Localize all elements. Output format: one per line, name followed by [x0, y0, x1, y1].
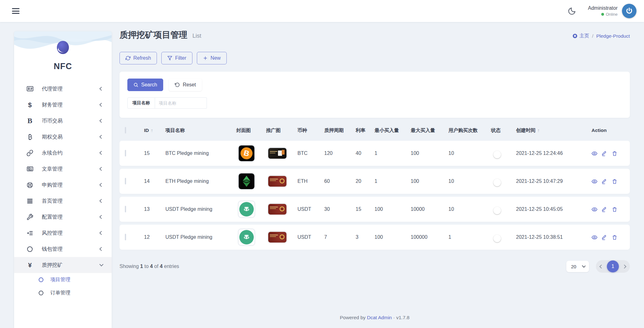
chevron-left-icon	[99, 103, 103, 107]
row-checkbox[interactable]	[125, 178, 126, 184]
delete-icon[interactable]	[612, 150, 618, 156]
sidebar-subitem-label: 订单管理	[50, 290, 103, 296]
sort-asc-icon[interactable]: ↑	[151, 128, 153, 133]
chevron-left-icon	[99, 215, 103, 219]
sidebar-item-label: 钱包管理	[42, 246, 100, 253]
breadcrumb-home-link[interactable]: 主页	[572, 33, 589, 39]
cell-max-buy: 10000	[409, 206, 447, 212]
delete-icon[interactable]	[612, 178, 618, 184]
sidebar-item-spot-trading[interactable]: B 币币交易	[14, 113, 112, 129]
next-page-icon[interactable]	[622, 265, 626, 269]
refresh-button[interactable]: Refresh	[119, 52, 157, 64]
user-block[interactable]: Administrator Online	[588, 4, 636, 18]
page-size-value: 20	[571, 264, 576, 269]
powered-by-footer: Powered by Dcat Admin · v1.7.8	[119, 315, 630, 320]
cell-rate: 40	[354, 150, 373, 156]
cell-id: 13	[138, 206, 164, 212]
sidebar-item-label: 代理管理	[42, 85, 100, 92]
page-subtitle: List	[192, 33, 201, 39]
column-promo: 推广图	[264, 127, 296, 134]
cell-rate: 15	[354, 206, 373, 212]
sidebar-item-label: 文章管理	[42, 166, 100, 172]
select-all-checkbox[interactable]	[125, 127, 126, 134]
hamburger-menu-icon[interactable]	[12, 8, 19, 14]
edit-icon[interactable]	[602, 150, 608, 156]
current-page-button[interactable]: 1	[607, 260, 619, 272]
row-checkbox[interactable]	[125, 150, 126, 156]
sidebar-item-finance[interactable]: $ 财务管理	[14, 97, 112, 113]
sidebar-item-risk-control[interactable]: 风控管理	[14, 225, 112, 241]
column-user-buy-count: 用户购买次数	[447, 127, 489, 134]
page: Administrator Online	[0, 0, 644, 328]
sidebar-item-subscription[interactable]: 申购管理	[14, 177, 112, 193]
chevron-left-icon	[99, 151, 103, 155]
sidebar-item-label: 财务管理	[42, 101, 100, 108]
moon-icon[interactable]	[568, 7, 576, 15]
sidebar-item-label: 币币交易	[42, 118, 100, 124]
delete-icon[interactable]	[612, 206, 618, 212]
table-body: 15 BTC Pledge mining B BTC 120 40 1 100 …	[119, 141, 630, 250]
view-icon[interactable]	[591, 206, 597, 212]
user-status: Online	[606, 12, 618, 17]
sidebar-item-label: 永续合约	[42, 150, 100, 156]
sidebar-item-homepage[interactable]: 首页管理	[14, 193, 112, 209]
summary-to: 4	[150, 264, 153, 269]
search-icon	[133, 82, 138, 87]
search-panel: Search Reset 项目名称	[119, 72, 630, 118]
page-size-select[interactable]: 20	[566, 261, 589, 272]
sidebar-item-options-trading[interactable]: 期权交易	[14, 129, 112, 145]
cell-name: USDT Pledge mining	[164, 234, 234, 240]
row-checkbox[interactable]	[125, 206, 126, 212]
table-row: 13 USDT Pledge mining USDT 30 15 100 100…	[119, 197, 630, 222]
sidebar-item-pledge-mining[interactable]: ¥ 质押挖矿	[14, 257, 112, 273]
dcat-admin-link[interactable]: Dcat Admin	[367, 315, 392, 320]
view-icon[interactable]	[591, 234, 597, 240]
view-icon[interactable]	[591, 178, 597, 184]
refresh-icon	[125, 56, 130, 61]
breadcrumb-current[interactable]: Pledge-Product	[596, 33, 630, 39]
sidebar-item-agents[interactable]: 代理管理	[14, 81, 112, 97]
table-row: 14 ETH Pledge mining ETH 60 20 1 100 10 …	[119, 169, 630, 194]
eth-diamond-icon	[241, 175, 252, 187]
new-button[interactable]: New	[197, 52, 227, 64]
edit-icon[interactable]	[602, 178, 608, 184]
column-name: 项目名称	[164, 127, 234, 134]
sidebar-item-wallet[interactable]: 钱包管理	[14, 241, 112, 257]
sidebar-subitem-label: 项目管理	[50, 276, 103, 283]
sort-asc-icon[interactable]: ↑	[537, 128, 540, 133]
row-checkbox[interactable]	[125, 234, 126, 240]
pagination: 1	[596, 260, 630, 273]
life-ring-icon	[26, 181, 34, 189]
sidebar-subitem-order-management[interactable]: 订单管理	[14, 286, 112, 299]
chevron-left-icon	[99, 119, 103, 123]
sidebar-item-articles[interactable]: 文章管理	[14, 161, 112, 177]
prev-page-icon[interactable]	[599, 265, 603, 269]
project-name-input[interactable]	[155, 97, 207, 109]
sidebar-item-configuration[interactable]: 配置管理	[14, 209, 112, 225]
sidebar-item-perpetual-contracts[interactable]: 永续合约	[14, 145, 112, 161]
edit-icon[interactable]	[602, 234, 608, 240]
cell-rate: 3	[354, 234, 373, 240]
edit-icon[interactable]	[602, 206, 608, 212]
dollar-icon: $	[26, 101, 34, 109]
delete-icon[interactable]	[612, 234, 618, 240]
search-button[interactable]: Search	[127, 79, 163, 91]
summary-from: 1	[140, 264, 143, 269]
view-icon[interactable]	[591, 150, 597, 156]
cell-min-buy: 100	[373, 206, 409, 212]
cell-min-buy: 100	[373, 234, 409, 240]
cell-name: BTC Pledge mining	[164, 150, 234, 156]
cell-created-at: 2021-12-25 10:47:29	[514, 178, 590, 184]
cell-id: 12	[138, 234, 164, 240]
reset-button[interactable]: Reset	[169, 79, 202, 91]
filter-button[interactable]: Filter	[161, 52, 192, 64]
cover-image-eth	[238, 172, 255, 190]
cell-rate: 20	[354, 178, 373, 184]
bitcoin-icon	[26, 133, 34, 141]
sidebar-subitem-project-management[interactable]: 项目管理	[14, 273, 112, 286]
chevron-left-icon	[99, 87, 103, 91]
cell-name: USDT Pledge mining	[164, 206, 234, 212]
cell-user-buy-count: 1	[447, 234, 489, 240]
avatar[interactable]	[622, 4, 636, 18]
cell-coin: USDT	[296, 206, 322, 212]
